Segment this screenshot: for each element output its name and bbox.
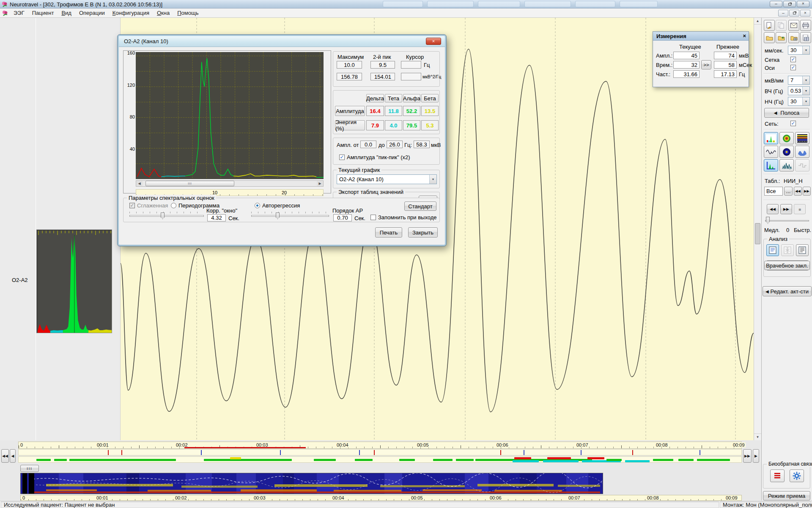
menu-patient[interactable]: Пациент: [28, 9, 58, 17]
open-file-special-button[interactable]: [776, 32, 787, 43]
timeline-back-button[interactable]: ◀: [10, 449, 16, 463]
menu-eeg[interactable]: ЭЭГ: [10, 9, 28, 17]
smoothed-checkbox[interactable]: ✓: [129, 203, 135, 208]
mdi-close-button[interactable]: ×: [800, 10, 810, 17]
brain-map-button[interactable]: [779, 132, 794, 144]
analysis-report-button[interactable]: [766, 244, 779, 256]
spectrogram-view-button[interactable]: [795, 132, 809, 144]
smoothed-option[interactable]: ✓ Сглаженная: [129, 202, 168, 209]
spectrogram-grip-button[interactable]: III: [20, 465, 39, 472]
speed-slider-thumb[interactable]: [766, 217, 770, 224]
timeline-forward-button[interactable]: ▶▶: [743, 449, 752, 463]
restore-button[interactable]: [783, 1, 796, 7]
remember-checkbox[interactable]: ✓: [370, 215, 376, 220]
table-browse-button[interactable]: ...: [784, 187, 793, 196]
dense-spectrum-button[interactable]: [779, 159, 794, 171]
folder-table-button[interactable]: [788, 32, 799, 43]
spectrogram-strip[interactable]: [20, 473, 603, 494]
periodogram-radio[interactable]: [171, 203, 176, 208]
transfer-button[interactable]: >>: [701, 60, 711, 69]
spectrum-plot[interactable]: [136, 52, 324, 179]
minimize-button[interactable]: –: [770, 1, 782, 7]
ar-slider-track[interactable]: [251, 215, 329, 217]
print-dialog-button[interactable]: Печать: [375, 227, 402, 237]
band-header-delta[interactable]: Дельта: [366, 94, 384, 102]
mm-sec-select[interactable]: 30 ▼: [788, 46, 810, 55]
peak-peak-checkbox[interactable]: ✓: [339, 155, 345, 160]
menu-help[interactable]: Помощь: [173, 9, 202, 17]
corr-slider-track[interactable]: [129, 215, 204, 217]
ar-slider-thumb[interactable]: [276, 213, 280, 219]
menu-view[interactable]: Вид: [58, 9, 75, 17]
play-back-button[interactable]: ◀◀: [767, 204, 779, 214]
spectrogram-ruler[interactable]: 0 00:01 00:02 00:03 00:04 00:05 00:06 00…: [20, 495, 742, 501]
dialog-close-button[interactable]: ×: [426, 38, 441, 45]
measurements-close-icon[interactable]: ×: [743, 33, 746, 39]
biofeedback-signal-button[interactable]: [770, 469, 785, 482]
biofeedback-settings-button[interactable]: [790, 469, 804, 482]
autoregression-radio[interactable]: [255, 203, 260, 208]
receive-mode-button[interactable]: Режим приема: [763, 491, 810, 500]
document-table-button[interactable]: [800, 32, 811, 43]
hf-select[interactable]: 0.53 ▼: [788, 86, 810, 95]
scrollbar-thumb[interactable]: [755, 223, 760, 244]
uv-mm-select[interactable]: 7 ▼: [788, 76, 810, 85]
wave-view-button[interactable]: [764, 146, 778, 158]
menu-configuration[interactable]: Конфигурация: [109, 9, 153, 17]
play-forward-button[interactable]: ▶▶: [780, 204, 792, 214]
measurements-titlebar[interactable]: Измерения ×: [653, 32, 749, 41]
table-next-button[interactable]: ▶▶: [803, 187, 811, 196]
speed-slider-track[interactable]: [765, 220, 809, 221]
mdi-restore-button[interactable]: [789, 10, 799, 17]
copy-record-button[interactable]: [776, 20, 787, 31]
edit-activity-button[interactable]: ◀ Редакт. акт-сти: [763, 286, 812, 296]
corr-value-field[interactable]: 4.32: [207, 214, 226, 221]
ampl-to-field[interactable]: 26.0: [387, 141, 403, 148]
plot-scrollbar-thumb[interactable]: III: [145, 181, 234, 186]
analysis-compare-button[interactable]: [781, 244, 794, 256]
analysis-list-button[interactable]: [796, 244, 809, 256]
close-button[interactable]: ×: [797, 1, 809, 7]
standard-button[interactable]: Стандарт: [404, 202, 436, 211]
ampl-from-field[interactable]: 0.0: [360, 141, 376, 148]
grid-checkbox[interactable]: ✓: [790, 57, 796, 62]
scroll-left-icon[interactable]: ◀: [136, 181, 143, 186]
corr-slider-thumb[interactable]: [161, 213, 165, 219]
scroll-down-icon[interactable]: ▼: [754, 433, 761, 440]
close-dialog-button[interactable]: Закрыть: [408, 227, 438, 237]
lf-select[interactable]: 30 ▼: [788, 97, 810, 106]
dialog-titlebar[interactable]: О2-А2 (Канал 10): [119, 36, 445, 47]
menu-operations[interactable]: Операции: [75, 9, 109, 17]
axes-checkbox[interactable]: ✓: [790, 65, 796, 70]
timeline-ruler[interactable]: 0 00:01 00:02 00:03 00:04 00:05 00:06 00…: [18, 442, 742, 449]
print-button[interactable]: [800, 20, 811, 31]
new-record-button[interactable]: [764, 20, 775, 31]
autoregression-option[interactable]: Авторегрессия: [255, 202, 300, 209]
brain-activity-button[interactable]: [795, 146, 809, 158]
stop-button[interactable]: ■: [794, 204, 806, 214]
amplitude-spectrum-button[interactable]: [764, 159, 778, 171]
mail-button[interactable]: [788, 20, 799, 31]
event-marker-strip[interactable]: [18, 449, 742, 456]
timeline-rewind-button[interactable]: ◀◀: [1, 449, 9, 463]
table-scope-field[interactable]: Все: [764, 187, 783, 196]
net-checkbox[interactable]: ✓: [790, 121, 796, 126]
band-header-alpha[interactable]: Альфа: [403, 94, 420, 102]
scroll-right-icon[interactable]: ▶: [317, 181, 323, 186]
open-file-button[interactable]: [764, 32, 775, 43]
current-graph-select[interactable]: О2-А2 (Канал 10) ▼: [337, 174, 437, 184]
mdi-minimize-button[interactable]: –: [778, 10, 788, 17]
menu-windows[interactable]: Окна: [153, 9, 173, 17]
band-header-theta[interactable]: Тета: [385, 94, 402, 102]
band-button[interactable]: ◀ Полоса: [764, 108, 809, 118]
doctor-conclusion-button[interactable]: Врачебное закл.: [764, 261, 810, 270]
timeline-next-button[interactable]: ▶: [753, 449, 759, 463]
scroll-up-icon[interactable]: ▲: [754, 18, 761, 25]
band-header-beta[interactable]: Бета: [421, 94, 439, 102]
eeg-vertical-scrollbar[interactable]: ▲ ▼: [754, 18, 761, 440]
ar-order-field[interactable]: 0.70: [333, 214, 352, 221]
table-prev-button[interactable]: ◀◀: [794, 187, 802, 196]
brain-map-dark-button[interactable]: [779, 146, 794, 158]
spectrum-view-button[interactable]: [764, 132, 778, 144]
plot-horizontal-scrollbar[interactable]: ◀ III ▶: [136, 180, 324, 187]
